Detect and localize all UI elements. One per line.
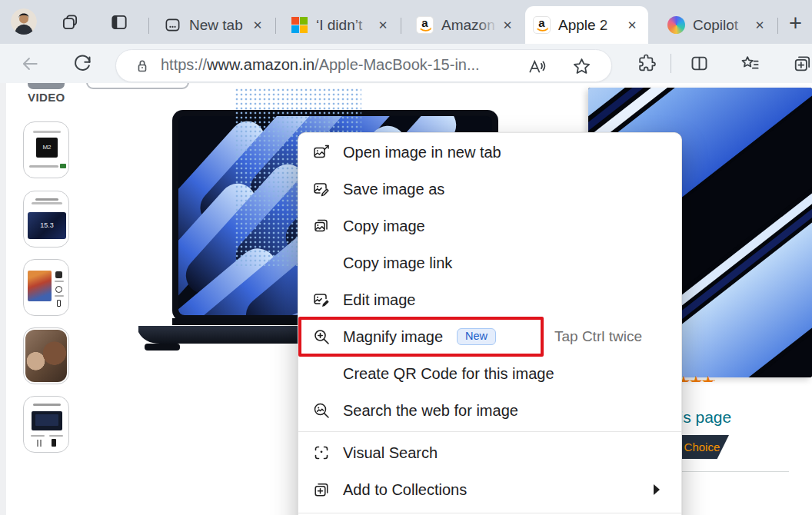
page-left-gutter: [0, 83, 6, 515]
favorite-star-icon[interactable]: [571, 56, 592, 77]
tab-separator: [401, 18, 401, 34]
menu-item-visual-search[interactable]: Visual Search: [298, 434, 681, 471]
video-thumbnail-3[interactable]: [23, 259, 69, 316]
amazon-logo: a: [533, 16, 551, 34]
menu-item-label: Search the web for image: [343, 402, 518, 420]
lock-icon[interactable]: [133, 57, 151, 75]
menu-separator: [298, 513, 681, 513]
close-tab-icon[interactable]: ✕: [751, 17, 768, 34]
menu-item-label: Add to Collections: [343, 481, 467, 499]
url-scheme: https://: [161, 56, 207, 73]
video-thumbnail-5[interactable]: [23, 396, 69, 453]
read-aloud-icon[interactable]: [527, 57, 547, 77]
video-thumbnail-4[interactable]: [23, 327, 69, 384]
favorites-bar-icon[interactable]: [740, 53, 760, 74]
menu-item-label: Magnify image: [343, 328, 443, 346]
close-tab-icon[interactable]: ✕: [624, 17, 641, 34]
no-icon-spacer: [312, 254, 331, 272]
back-icon[interactable]: [20, 54, 40, 74]
new-tab-button[interactable]: +: [789, 11, 802, 36]
tab-title: New tab: [189, 17, 249, 34]
url-text[interactable]: https://www.amazon.in/Apple-MacBook-15-i…: [161, 56, 480, 74]
section-divider: [682, 471, 789, 472]
menu-separator: [298, 431, 681, 432]
menu-item-label: Open image in new tab: [343, 144, 501, 161]
open-image-new-tab-icon: [312, 143, 331, 161]
menu-item-label: Copy image: [343, 218, 425, 235]
profile-avatar[interactable]: [11, 8, 37, 35]
tab-new-tab[interactable]: New tab ✕: [156, 6, 274, 44]
video-thumbnail-2[interactable]: 15.3: [23, 191, 69, 248]
browser-window: VIDEO M2 15.3: [0, 0, 812, 515]
url-path: /Apple-MacBook-15-in...: [314, 56, 480, 73]
tab-amazon[interactable]: a Amazon ✕: [408, 6, 524, 44]
tab-i-didnt[interactable]: ‘I didn’t ✕: [283, 6, 399, 44]
tab-bar: New tab ✕ ‘I didn’t ✕ a A: [0, 0, 812, 44]
m2-chip-thumb: M2: [36, 138, 58, 158]
video-section-label: VIDEO: [28, 91, 65, 104]
tab-separator: [275, 18, 276, 34]
navigation-bar: https://www.amazon.in/Apple-MacBook-15-i…: [0, 44, 812, 83]
collections-icon[interactable]: [792, 53, 812, 74]
close-tab-icon[interactable]: ✕: [249, 17, 266, 34]
shortcut-hint: Tap Ctrl twice: [554, 318, 642, 355]
menu-item-magnify-image[interactable]: Magnify image New Tap Ctrl twice: [298, 318, 681, 355]
new-badge: New: [457, 328, 496, 345]
edit-image-icon: [312, 291, 331, 309]
menu-item-label: Visual Search: [343, 444, 438, 462]
no-icon-spacer: [312, 364, 331, 383]
split-screen-icon[interactable]: [689, 53, 710, 74]
close-tab-icon[interactable]: ✕: [374, 17, 391, 34]
refresh-icon[interactable]: [72, 53, 93, 74]
menu-item-open-image-new-tab[interactable]: Open image in new tab: [298, 134, 681, 171]
copilot-logo: [667, 16, 685, 34]
microsoft-logo: [291, 16, 308, 34]
menu-item-copy-image-link[interactable]: Copy image link: [298, 244, 681, 281]
video-thumbnail-1[interactable]: M2: [23, 121, 69, 178]
close-tab-icon[interactable]: ✕: [499, 17, 516, 34]
menu-item-search-web-for-image[interactable]: Search the web for image: [298, 392, 681, 429]
image-context-menu: Open image in new tab Save image as: [298, 132, 682, 515]
display-size-thumb: 15.3: [28, 212, 66, 239]
workspaces-icon[interactable]: [60, 12, 80, 32]
new-tab-page-icon: [164, 16, 181, 34]
menu-item-label: Create QR Code for this image: [343, 365, 554, 383]
menu-item-create-qr-code[interactable]: Create QR Code for this image: [298, 355, 681, 392]
menu-item-label: Copy image link: [343, 254, 452, 272]
search-web-image-icon: [312, 401, 331, 420]
menu-item-label: Edit image: [343, 291, 416, 309]
menu-item-label: Save image as: [343, 181, 444, 198]
menu-item-edit-image[interactable]: Edit image: [298, 281, 681, 318]
tab-actions-icon[interactable]: [109, 12, 129, 32]
tab-separator: [777, 18, 778, 34]
tab-apple-macbook-active[interactable]: a Apple 2 ✕: [525, 6, 648, 44]
visual-search-icon: [312, 444, 331, 462]
submenu-arrow-icon: [654, 484, 660, 495]
save-image-icon: [312, 180, 331, 198]
menu-item-copy-image[interactable]: Copy image: [298, 208, 681, 244]
amazon-logo: a: [416, 16, 434, 34]
address-bar[interactable]: https://www.amazon.in/Apple-MacBook-15-i…: [115, 49, 612, 82]
tab-copilot[interactable]: Copilot ✕: [660, 6, 776, 44]
browser-essentials-icon[interactable]: [637, 53, 657, 73]
menu-item-save-image-as[interactable]: Save image as: [298, 171, 681, 208]
url-host: www.amazon.in: [207, 56, 314, 73]
copy-image-icon: [312, 217, 331, 235]
tab-separator: [148, 18, 149, 34]
add-collections-icon: [312, 480, 331, 499]
toolbar-separator: [671, 54, 671, 73]
magnify-image-icon: [312, 327, 331, 346]
menu-item-add-to-collections[interactable]: Add to Collections: [298, 471, 681, 508]
